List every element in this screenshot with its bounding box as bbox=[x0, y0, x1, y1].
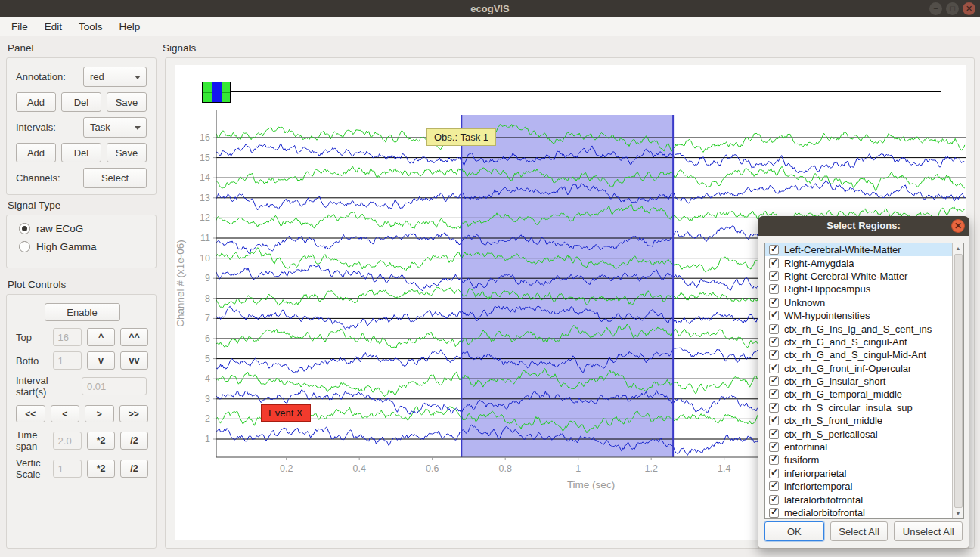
vertical-scale-half-button[interactable]: /2 bbox=[120, 460, 148, 478]
region-list-item[interactable]: ✓ Right-Cerebral-White-Matter bbox=[765, 270, 952, 283]
timeline-position-marker[interactable] bbox=[212, 82, 222, 102]
region-label: Left-Cerebral-White-Matter bbox=[784, 244, 901, 255]
intervals-add-button[interactable]: Add bbox=[16, 143, 56, 162]
region-list-item[interactable]: ✓ Right-Hippocampus bbox=[765, 283, 952, 296]
region-list-item[interactable]: ✓ ctx_rh_G_Ins_lg_and_S_cent_ins bbox=[765, 322, 952, 335]
intervals-del-button[interactable]: Del bbox=[61, 143, 101, 162]
checkbox-icon[interactable]: ✓ bbox=[769, 416, 779, 425]
x-tick-label: 0.8 bbox=[498, 463, 511, 474]
y-tick-label: 10 bbox=[200, 253, 210, 264]
channel-down-button[interactable]: v bbox=[87, 351, 115, 370]
bottom-input[interactable]: 1 bbox=[53, 351, 82, 370]
scrollbar[interactable]: ▲ ▼ bbox=[952, 243, 963, 518]
time-span-input[interactable]: 2.0 bbox=[53, 432, 82, 450]
maximize-icon[interactable]: □ bbox=[946, 2, 959, 15]
nav-last-button[interactable]: >> bbox=[119, 405, 149, 422]
event-annotation-label[interactable]: Event X bbox=[261, 404, 311, 422]
scroll-up-icon[interactable]: ▲ bbox=[956, 243, 961, 253]
checkbox-icon[interactable]: ✓ bbox=[769, 324, 779, 334]
checkbox-icon[interactable]: ✓ bbox=[769, 508, 779, 518]
checkbox-icon[interactable]: ✓ bbox=[769, 469, 779, 478]
radio-raw-ecog[interactable]: raw ECoG bbox=[19, 223, 144, 234]
unselect-all-button[interactable]: Unselect All bbox=[894, 521, 963, 541]
intervals-save-button[interactable]: Save bbox=[107, 143, 147, 162]
channels-select-button[interactable]: Select bbox=[83, 168, 147, 188]
checkbox-icon[interactable]: ✓ bbox=[769, 298, 779, 308]
top-input[interactable]: 16 bbox=[53, 328, 82, 346]
region-list-item[interactable]: ✓ lateralorbitofrontal bbox=[765, 493, 952, 506]
nav-prev-button[interactable]: < bbox=[51, 405, 80, 422]
channel-down-fast-button[interactable]: vv bbox=[120, 351, 148, 370]
scroll-down-icon[interactable]: ▼ bbox=[956, 509, 961, 518]
checkbox-icon[interactable]: ✓ bbox=[769, 429, 779, 439]
timeline-overview-widget[interactable] bbox=[202, 82, 231, 103]
region-list-item[interactable]: ✓ ctx_rh_G_temporal_middle bbox=[765, 388, 952, 401]
annotation-add-button[interactable]: Add bbox=[16, 92, 56, 112]
region-list-item[interactable]: ✓ Unknown bbox=[765, 296, 952, 309]
region-list-item[interactable]: ✓ entorhinal bbox=[765, 441, 952, 453]
nav-first-button[interactable]: << bbox=[16, 405, 45, 422]
checkbox-icon[interactable]: ✓ bbox=[769, 495, 779, 505]
checkbox-icon[interactable]: ✓ bbox=[769, 258, 779, 268]
menu-help[interactable]: Help bbox=[111, 19, 149, 35]
region-list-item[interactable]: ✓ ctx_rh_G_and_S_cingul-Ant bbox=[765, 336, 952, 348]
radio-icon bbox=[19, 223, 30, 234]
nav-next-button[interactable]: > bbox=[85, 405, 114, 422]
checkbox-icon[interactable]: ✓ bbox=[769, 284, 779, 294]
checkbox-icon[interactable]: ✓ bbox=[769, 337, 779, 347]
checkbox-icon[interactable]: ✓ bbox=[769, 271, 779, 281]
menu-tools[interactable]: Tools bbox=[70, 19, 111, 35]
region-list-item[interactable]: ✓ ctx_rh_G_insular_short bbox=[765, 375, 952, 388]
menu-file[interactable]: File bbox=[3, 19, 36, 35]
region-list[interactable]: ✓ Left-Cerebral-White-Matter ✓ Right-Amy… bbox=[764, 243, 964, 519]
minimize-icon[interactable]: − bbox=[929, 2, 942, 15]
region-list-item[interactable]: ✓ ctx_rh_S_pericallosal bbox=[765, 427, 952, 440]
checkbox-icon[interactable]: ✓ bbox=[769, 389, 779, 399]
intervals-dropdown[interactable]: Task bbox=[83, 117, 147, 138]
y-tick-label: 3 bbox=[205, 394, 210, 404]
enable-button[interactable]: Enable bbox=[45, 303, 120, 321]
channel-up-button[interactable]: ^ bbox=[87, 328, 115, 346]
checkbox-icon[interactable]: ✓ bbox=[769, 245, 779, 255]
annotation-dropdown[interactable]: red bbox=[83, 67, 147, 87]
select-all-button[interactable]: Select All bbox=[830, 521, 889, 541]
annotation-save-button[interactable]: Save bbox=[107, 92, 147, 112]
checkbox-icon[interactable]: ✓ bbox=[769, 455, 779, 465]
region-list-item[interactable]: ✓ ctx_rh_S_front_middle bbox=[765, 414, 952, 427]
vertical-scale-double-button[interactable]: *2 bbox=[87, 460, 115, 478]
scrollbar-thumb[interactable] bbox=[954, 254, 963, 508]
time-span-half-button[interactable]: /2 bbox=[120, 432, 148, 450]
interval-annotation-label[interactable]: Obs.: Task 1 bbox=[426, 128, 496, 146]
chevron-down-icon bbox=[135, 126, 141, 130]
channel-up-fast-button[interactable]: ^^ bbox=[120, 328, 148, 346]
time-span-double-button[interactable]: *2 bbox=[87, 432, 115, 450]
region-list-item[interactable]: ✓ ctx_rh_G_and_S_cingul-Mid-Ant bbox=[765, 348, 952, 361]
interval-start-input[interactable]: 0.01 bbox=[82, 377, 147, 395]
region-list-item[interactable]: ✓ WM-hypointensities bbox=[765, 309, 952, 322]
region-label: ctx_rh_G_temporal_middle bbox=[784, 388, 902, 400]
region-list-item[interactable]: ✓ fusiform bbox=[765, 453, 952, 466]
ok-button[interactable]: OK bbox=[764, 521, 824, 541]
close-icon[interactable]: ✕ bbox=[951, 219, 965, 233]
region-list-item[interactable]: ✓ ctx_rh_G_front_inf-Opercular bbox=[765, 362, 952, 375]
checkbox-icon[interactable]: ✓ bbox=[769, 376, 779, 386]
checkbox-icon[interactable]: ✓ bbox=[769, 442, 779, 452]
checkbox-icon[interactable]: ✓ bbox=[769, 403, 779, 413]
menu-edit[interactable]: Edit bbox=[36, 19, 70, 35]
radio-high-gamma[interactable]: High Gamma bbox=[19, 241, 144, 252]
dialog-title-bar[interactable]: Select Regions: ✕ bbox=[758, 216, 969, 236]
region-list-item[interactable]: ✓ inferiortemporal bbox=[765, 480, 952, 493]
vertical-scale-input[interactable]: 1 bbox=[53, 460, 82, 478]
y-tick-label: 12 bbox=[200, 212, 210, 223]
checkbox-icon[interactable]: ✓ bbox=[769, 481, 779, 491]
region-list-item[interactable]: ✓ inferiorparietal bbox=[765, 467, 952, 480]
checkbox-icon[interactable]: ✓ bbox=[769, 364, 779, 373]
region-list-item[interactable]: ✓ Right-Amygdala bbox=[765, 256, 952, 269]
region-list-item[interactable]: ✓ Left-Cerebral-White-Matter bbox=[765, 243, 952, 256]
close-icon[interactable]: ✕ bbox=[963, 2, 975, 15]
annotation-del-button[interactable]: Del bbox=[61, 92, 101, 112]
checkbox-icon[interactable]: ✓ bbox=[769, 311, 779, 320]
region-list-item[interactable]: ✓ ctx_rh_S_circular_insula_sup bbox=[765, 401, 952, 414]
checkbox-icon[interactable]: ✓ bbox=[769, 350, 779, 360]
region-list-item[interactable]: ✓ medialorbitofrontal bbox=[765, 506, 952, 518]
